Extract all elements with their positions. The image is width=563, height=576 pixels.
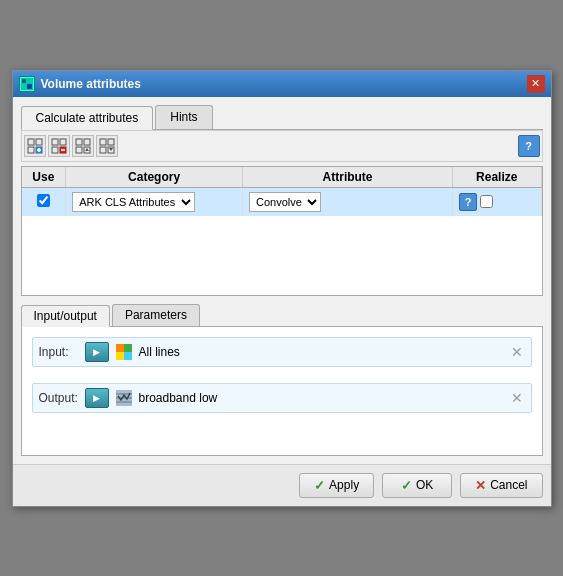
attribute-select[interactable]: Convolve — [249, 192, 321, 212]
ok-button[interactable]: ✓ OK — [382, 473, 452, 498]
realize-help-button[interactable]: ? — [459, 193, 477, 211]
cancel-label: Cancel — [490, 478, 527, 492]
move-up-button[interactable] — [72, 135, 94, 157]
svg-rect-15 — [84, 139, 90, 145]
main-window: Volume attributes ✕ Calculate attributes… — [12, 70, 552, 507]
window-title: Volume attributes — [41, 77, 141, 91]
realize-checkbox[interactable] — [480, 195, 493, 208]
row-realize-cell: ? — [453, 187, 541, 216]
cancel-button[interactable]: ✕ Cancel — [460, 473, 542, 498]
svg-rect-9 — [52, 139, 58, 145]
delete-row-button[interactable] — [48, 135, 70, 157]
input-label: Input: — [39, 345, 79, 359]
window-icon — [19, 76, 35, 92]
svg-rect-10 — [60, 139, 66, 145]
col-header-category: Category — [66, 167, 243, 188]
section-content: Input: All lines ✕ Output: — [21, 326, 543, 456]
main-tab-bar: Calculate attributes Hints — [21, 105, 543, 130]
svg-rect-2 — [27, 84, 32, 89]
title-bar-left: Volume attributes — [19, 76, 141, 92]
svg-rect-16 — [76, 147, 82, 153]
section-tab-bar: Input/output Parameters — [21, 304, 543, 326]
svg-rect-28 — [124, 344, 132, 352]
table-row[interactable]: ARK CLS Attributes Convolve — [22, 187, 542, 216]
toolbar: ? — [21, 130, 543, 162]
svg-rect-20 — [108, 139, 114, 145]
svg-rect-27 — [116, 352, 124, 360]
apply-check-icon: ✓ — [314, 478, 325, 493]
svg-rect-14 — [76, 139, 82, 145]
output-value: broadband low — [139, 391, 503, 405]
title-bar: Volume attributes ✕ — [13, 71, 551, 97]
row-use-cell[interactable] — [22, 187, 66, 216]
row-category-cell[interactable]: ARK CLS Attributes — [66, 187, 243, 216]
col-header-use: Use — [22, 167, 66, 188]
tab-hints[interactable]: Hints — [155, 105, 212, 129]
ok-check-icon: ✓ — [401, 478, 412, 493]
tab-input-output[interactable]: Input/output — [21, 305, 110, 327]
bottom-bar: ✓ Apply ✓ OK ✕ Cancel — [13, 464, 551, 506]
col-header-attribute: Attribute — [243, 167, 453, 188]
output-row: Output: broadband low ✕ — [32, 383, 532, 413]
svg-rect-11 — [52, 147, 58, 153]
svg-rect-19 — [100, 139, 106, 145]
row-use-checkbox[interactable] — [37, 194, 50, 207]
help-button[interactable]: ? — [518, 135, 540, 157]
cancel-x-icon: ✕ — [475, 478, 486, 493]
row-attribute-cell[interactable]: Convolve — [243, 187, 453, 216]
tab-parameters[interactable]: Parameters — [112, 304, 200, 326]
attributes-table-container: Use Category Attribute Realize — [21, 166, 543, 296]
window-content: Calculate attributes Hints — [13, 97, 551, 464]
apply-label: Apply — [329, 478, 359, 492]
ok-label: OK — [416, 478, 433, 492]
apply-button[interactable]: ✓ Apply — [299, 473, 374, 498]
svg-rect-5 — [28, 147, 34, 153]
svg-rect-26 — [124, 352, 132, 360]
input-icon — [115, 343, 133, 361]
output-arrow-button[interactable] — [85, 388, 109, 408]
toolbar-buttons — [24, 135, 118, 157]
svg-rect-21 — [100, 147, 106, 153]
col-header-realize: Realize — [453, 167, 541, 188]
input-row: Input: All lines ✕ — [32, 337, 532, 367]
output-icon — [115, 389, 133, 407]
svg-marker-18 — [85, 148, 89, 151]
input-arrow-button[interactable] — [85, 342, 109, 362]
input-value: All lines — [139, 345, 503, 359]
output-label: Output: — [39, 391, 79, 405]
close-button[interactable]: ✕ — [527, 75, 545, 93]
attributes-table: Use Category Attribute Realize — [22, 167, 542, 216]
input-remove-button[interactable]: ✕ — [509, 344, 525, 360]
tab-calculate-attributes[interactable]: Calculate attributes — [21, 106, 154, 130]
svg-rect-3 — [28, 139, 34, 145]
move-down-button[interactable] — [96, 135, 118, 157]
svg-rect-25 — [116, 344, 124, 352]
output-remove-button[interactable]: ✕ — [509, 390, 525, 406]
svg-rect-1 — [22, 79, 26, 83]
svg-marker-23 — [109, 148, 113, 151]
add-row-button[interactable] — [24, 135, 46, 157]
category-select[interactable]: ARK CLS Attributes — [72, 192, 195, 212]
svg-rect-4 — [36, 139, 42, 145]
